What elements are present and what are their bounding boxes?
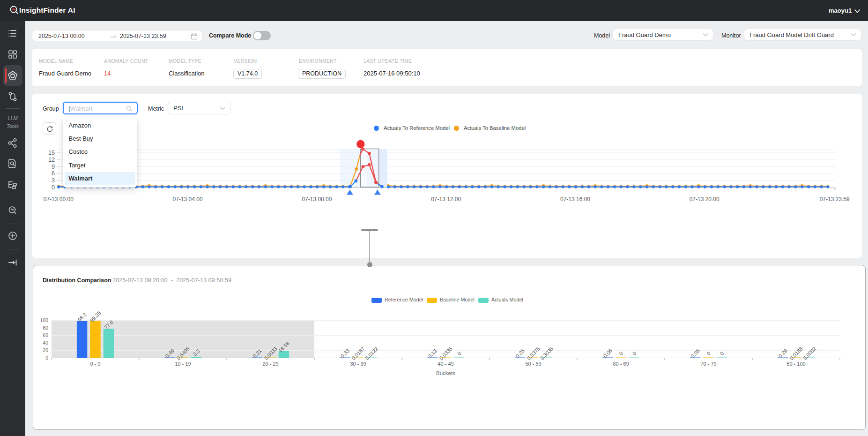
svg-text:40 - 49: 40 - 49 (438, 361, 453, 367)
svg-text:0.0188: 0.0188 (789, 346, 804, 361)
svg-text:0: 0 (705, 350, 712, 356)
svg-text:80 - 100: 80 - 100 (786, 361, 805, 367)
svg-text:0.33: 0.33 (339, 348, 350, 359)
svg-text:3: 3 (52, 177, 55, 184)
svg-text:9: 9 (52, 164, 55, 170)
svg-text:0.25: 0.25 (514, 348, 526, 359)
svg-text:0: 0 (456, 350, 462, 356)
svg-text:40: 40 (43, 340, 48, 346)
svg-text:0: 0 (618, 350, 624, 356)
svg-text:0 - 9: 0 - 9 (90, 361, 100, 367)
svg-text:07-13 12:00: 07-13 12:00 (431, 196, 461, 203)
svg-text:60: 60 (43, 332, 48, 338)
svg-text:0.0375: 0.0375 (526, 346, 541, 361)
svg-text:07-13 23:59: 07-13 23:59 (820, 196, 850, 203)
svg-text:07-13 08:00: 07-13 08:00 (302, 196, 332, 203)
svg-text:60 - 69: 60 - 69 (613, 361, 629, 367)
svg-text:0.0167: 0.0167 (351, 346, 366, 361)
svg-text:0: 0 (631, 350, 638, 356)
svg-text:0: 0 (52, 184, 55, 191)
svg-text:100: 100 (40, 317, 48, 323)
svg-text:70 - 79: 70 - 79 (700, 361, 716, 367)
svg-text:07-13 04:00: 07-13 04:00 (173, 196, 203, 203)
svg-text:0.0122: 0.0122 (364, 346, 379, 361)
svg-text:07-13 16:00: 07-13 16:00 (560, 196, 590, 203)
svg-text:0: 0 (719, 350, 725, 356)
svg-text:07-13 20:00: 07-13 20:00 (690, 196, 720, 203)
svg-text:30 - 39: 30 - 39 (350, 361, 366, 367)
svg-text:0.12: 0.12 (427, 348, 438, 359)
svg-text:10 - 19: 10 - 19 (175, 361, 191, 367)
svg-text:0.29: 0.29 (777, 348, 788, 359)
svg-text:20: 20 (43, 347, 48, 353)
svg-text:0: 0 (45, 355, 48, 361)
svg-text:80: 80 (43, 325, 48, 331)
svg-text:07-13 00:00: 07-13 00:00 (44, 196, 74, 203)
svg-text:12: 12 (48, 157, 55, 163)
svg-text:0.06: 0.06 (602, 348, 613, 359)
svg-text:0.3035: 0.3035 (539, 346, 554, 361)
svg-text:0.0002: 0.0002 (802, 346, 817, 361)
svg-text:0.05: 0.05 (690, 348, 701, 359)
svg-text:Buckets: Buckets (436, 370, 455, 376)
svg-text:15: 15 (48, 150, 55, 156)
svg-text:6: 6 (52, 170, 55, 177)
svg-text:50 - 59: 50 - 59 (525, 361, 541, 367)
svg-text:0.0335: 0.0335 (438, 346, 453, 361)
svg-text:20 - 29: 20 - 29 (262, 361, 278, 367)
